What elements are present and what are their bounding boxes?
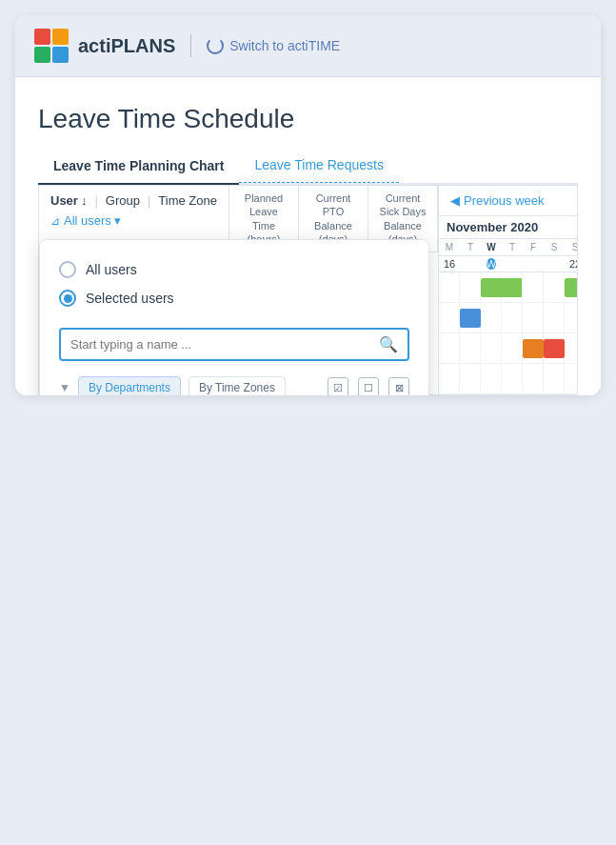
users-dropdown: All users Selected users 🔍 ▼ By Departme… bbox=[39, 239, 429, 395]
tab-requests[interactable]: Leave Time Requests bbox=[239, 150, 398, 183]
main-content: Leave Time Schedule Leave Time Planning … bbox=[15, 77, 601, 395]
header-divider bbox=[190, 34, 191, 57]
select-all-icon[interactable]: ☑ bbox=[328, 377, 348, 395]
user-sort-button[interactable]: User ↓ bbox=[50, 193, 87, 208]
calendar-header: ◀ Previous week bbox=[439, 186, 577, 216]
switch-to-actitime-button[interactable]: Switch to actiTIME bbox=[207, 37, 340, 54]
cal-row-1 bbox=[439, 272, 577, 303]
radio-all-users[interactable]: All users bbox=[59, 255, 409, 284]
user-search-box: 🔍 bbox=[59, 328, 409, 361]
filter-icon: ⊿ bbox=[50, 214, 60, 228]
app-container: actiPLANS Switch to actiTIME Leave Time … bbox=[15, 15, 601, 395]
leave-bar bbox=[523, 339, 544, 358]
tabs-bar: Leave Time Planning Chart Leave Time Req… bbox=[38, 150, 578, 185]
radio-all-users-label: All users bbox=[86, 262, 137, 277]
bulk-icons: ☑ ☐ ⊠ bbox=[328, 377, 409, 395]
switch-icon bbox=[207, 37, 224, 54]
logo-text: actiPLANS bbox=[78, 35, 175, 57]
radio-selected-users-circle bbox=[59, 290, 76, 307]
table-area: User ↓ | Group | Time Zone ⊿ All users bbox=[38, 185, 578, 395]
leave-bar bbox=[565, 278, 577, 297]
timezone-button[interactable]: Time Zone bbox=[158, 193, 217, 208]
calendar-rows bbox=[439, 272, 577, 394]
user-search-input[interactable] bbox=[70, 337, 371, 352]
search-icon: 🔍 bbox=[379, 335, 398, 353]
department-tabs-row: ▼ By Departments By Time Zones ☑ ☐ ⊠ bbox=[40, 369, 428, 395]
logo: actiPLANS bbox=[34, 29, 175, 63]
all-users-filter-button[interactable]: All users ▾ bbox=[64, 213, 121, 228]
switch-label: Switch to actiTIME bbox=[229, 38, 340, 53]
group-button[interactable]: Group bbox=[106, 193, 140, 208]
deselect-all-icon[interactable]: ☐ bbox=[358, 377, 379, 395]
cal-row-4 bbox=[439, 364, 577, 394]
app-header: actiPLANS Switch to actiTIME bbox=[15, 15, 601, 77]
leave-bar bbox=[544, 339, 565, 358]
right-panel: ◀ Previous week November 2020 M T W T F … bbox=[439, 186, 577, 394]
collapse-button[interactable]: ▼ bbox=[59, 381, 70, 394]
radio-all-users-circle bbox=[59, 261, 76, 278]
by-departments-tab[interactable]: By Departments bbox=[78, 376, 181, 395]
day-headers: M T W T F S S M T W T F S S M bbox=[439, 239, 577, 256]
top-radio-options: All users Selected users bbox=[40, 240, 428, 320]
logo-icon bbox=[34, 29, 69, 63]
by-timezones-tab[interactable]: By Time Zones bbox=[189, 376, 286, 395]
sort-down-icon: ↓ bbox=[81, 193, 88, 208]
month-label: November 2020 bbox=[439, 216, 577, 239]
invert-selection-icon[interactable]: ⊠ bbox=[388, 377, 409, 395]
cal-row-2 bbox=[439, 303, 577, 333]
day-numbers-row: 16 W 22 23 29 bbox=[439, 256, 577, 272]
cal-row-3 bbox=[439, 333, 577, 364]
left-arrow-icon: ◀ bbox=[450, 193, 460, 208]
prev-week-button[interactable]: ◀ Previous week bbox=[450, 193, 545, 208]
page-title: Leave Time Schedule bbox=[38, 104, 578, 134]
radio-selected-users-label: Selected users bbox=[86, 291, 174, 306]
tab-planning[interactable]: Leave Time Planning Chart bbox=[38, 150, 239, 183]
radio-selected-users[interactable]: Selected users bbox=[59, 284, 409, 312]
chevron-down-icon: ▾ bbox=[114, 213, 121, 228]
leave-bar bbox=[460, 309, 481, 328]
